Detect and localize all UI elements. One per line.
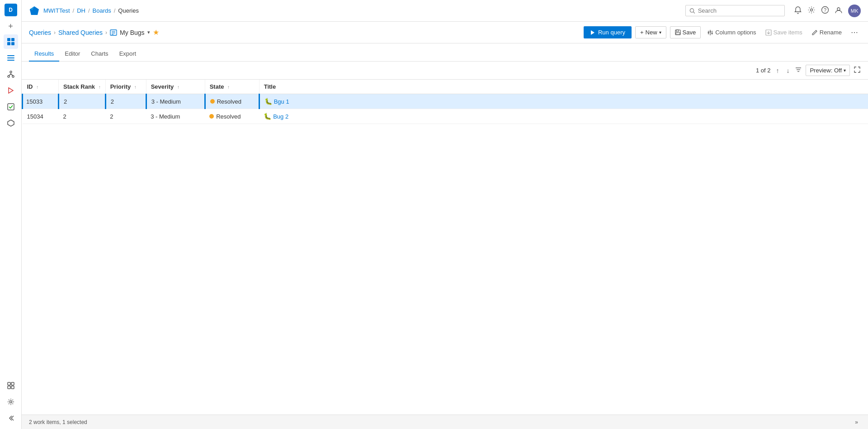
- statusbar-expand-button[interactable]: »: [852, 418, 861, 426]
- svg-marker-13: [9, 88, 13, 93]
- svg-rect-2: [7, 42, 10, 45]
- run-query-button[interactable]: Run query: [584, 26, 632, 38]
- cell-severity: 3 - Medium: [146, 109, 205, 124]
- sidebar-item-artifacts[interactable]: [4, 116, 18, 130]
- title-link[interactable]: Bgu 1: [274, 98, 289, 105]
- breadcrumb-mwittest[interactable]: MWITTest: [43, 7, 70, 14]
- table-body: 15033223 - MediumResolved🐛Bgu 115034223 …: [23, 94, 868, 124]
- query-name: My Bugs ▾: [110, 29, 150, 36]
- run-icon: [590, 30, 595, 35]
- cell-stack-rank: 2: [59, 109, 106, 124]
- save-items-button[interactable]: Save items: [763, 27, 805, 38]
- pagination-row: 1 of 2 ↑ ↓ Preview: Off ▾: [22, 62, 868, 80]
- svg-rect-5: [7, 57, 14, 58]
- search-box[interactable]: [685, 5, 785, 16]
- topbar-icons: ? MK: [794, 5, 861, 17]
- sidebar-item-repos[interactable]: [4, 67, 18, 81]
- cell-title: 🐛Bgu 1: [259, 94, 868, 109]
- svg-rect-17: [11, 382, 14, 385]
- page-down-button[interactable]: ↓: [784, 66, 791, 75]
- azure-logo: [29, 5, 40, 16]
- breadcrumb: MWITTest / DH / Boards / Queries: [43, 7, 139, 14]
- shared-queries-link[interactable]: Shared Queries: [58, 29, 103, 36]
- svg-point-7: [10, 71, 12, 73]
- work-items-count: 2 work items,: [29, 419, 61, 425]
- col-priority[interactable]: Priority ↑: [105, 80, 146, 94]
- breadcrumb-boards[interactable]: Boards: [93, 7, 111, 14]
- user-avatar[interactable]: MK: [848, 5, 861, 17]
- col-title[interactable]: Title: [259, 80, 868, 94]
- sidebar-item-overview[interactable]: [4, 34, 18, 49]
- notifications-icon[interactable]: [794, 6, 802, 16]
- page-up-button[interactable]: ↑: [774, 66, 781, 75]
- queries-link[interactable]: Queries: [29, 29, 51, 36]
- cell-stack-rank: 2: [59, 94, 106, 109]
- settings-icon[interactable]: [4, 395, 18, 409]
- sort-stack-icon: ↑: [99, 85, 101, 90]
- title-link[interactable]: Bug 2: [273, 113, 288, 120]
- statusbar: 2 work items, 1 selected »: [22, 415, 868, 429]
- table-row[interactable]: 15034223 - MediumResolved🐛Bug 2: [23, 109, 868, 124]
- account-icon[interactable]: [835, 6, 843, 16]
- sidebar-item-extensions[interactable]: [4, 378, 18, 393]
- tab-editor[interactable]: Editor: [59, 47, 85, 62]
- svg-rect-3: [11, 42, 14, 45]
- add-project-button[interactable]: +: [5, 20, 17, 33]
- svg-line-22: [693, 12, 695, 13]
- col-state[interactable]: State ↑: [205, 80, 259, 94]
- rename-button[interactable]: Rename: [809, 27, 844, 38]
- query-name-text: My Bugs: [120, 29, 144, 36]
- collapse-sidebar-button[interactable]: [4, 411, 18, 425]
- col-stack-rank[interactable]: Stack Rank ↑: [59, 80, 106, 94]
- selected-count: 1 selected: [62, 419, 87, 425]
- expand-button[interactable]: [854, 66, 861, 75]
- svg-point-21: [690, 9, 693, 12]
- tab-export[interactable]: Export: [114, 47, 142, 62]
- cell-id: 15034: [23, 109, 59, 124]
- column-options-button[interactable]: Column options: [704, 27, 759, 38]
- query-list-icon: [110, 29, 117, 36]
- tabs: Results Editor Charts Export: [22, 43, 868, 62]
- more-options-button[interactable]: ⋯: [848, 26, 861, 39]
- cell-state: Resolved: [205, 109, 259, 124]
- query-header: Queries › Shared Queries › My Bugs ▾ ★ R…: [22, 22, 868, 43]
- col-severity[interactable]: Severity ↑: [146, 80, 205, 94]
- tab-charts[interactable]: Charts: [85, 47, 113, 62]
- svg-rect-6: [7, 60, 14, 61]
- query-actions: Run query + New ▾ Save: [584, 26, 861, 39]
- sidebar: D +: [0, 0, 22, 429]
- settings-topbar-icon[interactable]: [807, 6, 816, 16]
- filter-icon[interactable]: [795, 66, 802, 75]
- sidebar-item-boards[interactable]: [4, 51, 18, 65]
- bug-icon: 🐛: [264, 98, 272, 105]
- new-button[interactable]: + New ▾: [635, 26, 666, 38]
- svg-line-12: [11, 74, 13, 76]
- svg-point-39: [710, 31, 711, 32]
- svg-marker-15: [8, 120, 14, 126]
- query-dropdown-button[interactable]: ▾: [147, 29, 150, 35]
- search-input[interactable]: [698, 7, 781, 14]
- sidebar-item-pipelines[interactable]: [4, 83, 18, 98]
- save-button[interactable]: Save: [670, 26, 701, 38]
- sort-severity-icon: ↑: [177, 85, 179, 90]
- topbar: MWITTest / DH / Boards / Queries: [22, 0, 868, 22]
- sort-priority-icon: ↑: [134, 85, 137, 90]
- table-row[interactable]: 15033223 - MediumResolved🐛Bgu 1: [23, 94, 868, 109]
- favorite-button[interactable]: ★: [153, 28, 159, 37]
- results-table: ID ↑ Stack Rank ↑ Priority ↑ Severity ↑ …: [22, 80, 868, 124]
- sidebar-item-testplans[interactable]: [4, 100, 18, 114]
- tab-results[interactable]: Results: [29, 47, 59, 62]
- breadcrumb-dh[interactable]: DH: [77, 7, 85, 14]
- svg-point-20: [9, 401, 12, 403]
- cell-state: Resolved: [205, 94, 259, 109]
- help-icon[interactable]: ?: [821, 6, 829, 16]
- cell-id: 15033: [23, 94, 59, 109]
- cell-priority: 2: [105, 94, 146, 109]
- column-options-icon: [707, 29, 713, 36]
- sort-state-icon: ↑: [227, 85, 230, 90]
- svg-rect-18: [8, 386, 10, 389]
- preview-dropdown[interactable]: Preview: Off ▾: [806, 65, 850, 76]
- col-id[interactable]: ID ↑: [23, 80, 59, 94]
- avatar[interactable]: D: [5, 4, 17, 16]
- svg-point-40: [712, 33, 713, 34]
